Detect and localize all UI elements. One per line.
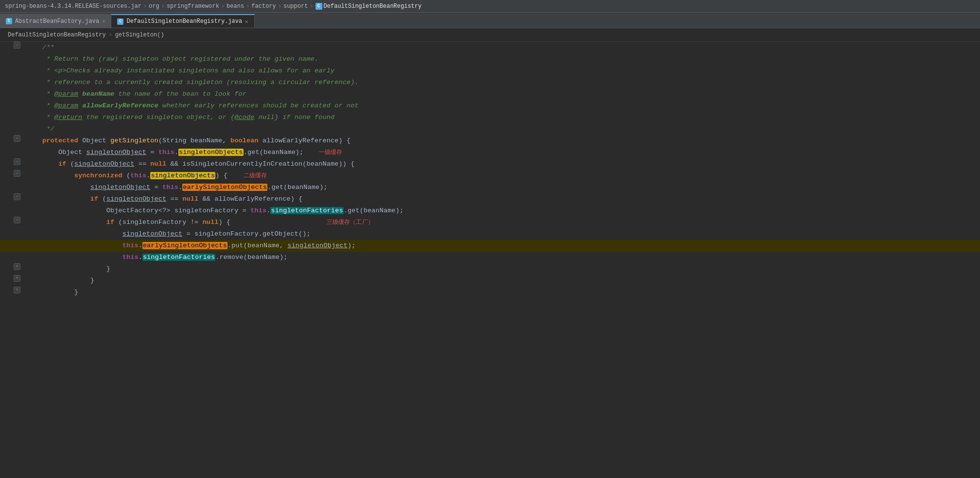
- breadcrumb-class: DefaultSingletonBeanRegistry: [324, 3, 422, 10]
- code-content-2: * Return the (raw) singleton object regi…: [24, 53, 980, 65]
- fold-icon-12[interactable]: −: [14, 170, 20, 177]
- code-content-9: protected Object getSingleton(String bea…: [24, 135, 980, 147]
- breadcrumb-factory: factory: [251, 3, 276, 10]
- code-content-7: * @return the registered singleton objec…: [24, 112, 980, 123]
- code-line-15: ObjectFactory<?> singletonFactory = this…: [0, 205, 980, 217]
- code-line-22: + }: [0, 287, 980, 298]
- method-breadcrumb: DefaultSingletonBeanRegistry › getSingle…: [0, 28, 980, 42]
- method-breadcrumb-class[interactable]: DefaultSingletonBeanRegistry: [8, 32, 106, 38]
- code-line-16: − if (singletonFactory != null) { 三级缓存（工…: [0, 217, 980, 228]
- tab-abstract-bean-factory[interactable]: C AbstractBeanFactory.java ✕: [0, 14, 111, 28]
- breadcrumb-bar: spring-beans-4.3.14.RELEASE-sources.jar …: [0, 0, 980, 13]
- code-content-19: this.singletonFactories.remove(beanName)…: [24, 252, 980, 263]
- code-line-21: + }: [0, 275, 980, 287]
- code-content-22: }: [24, 287, 980, 298]
- code-content-10: Object singletonObject = this.singletonO…: [24, 147, 980, 158]
- code-content-16: if (singletonFactory != null) { 三级缓存（工厂）: [24, 217, 980, 228]
- code-content-3: * <p>Checks already instantiated singlet…: [24, 65, 980, 77]
- breadcrumb-jar: spring-beans-4.3.14.RELEASE-sources.jar: [5, 3, 141, 10]
- fold-icon-14[interactable]: −: [14, 193, 20, 200]
- breadcrumb-support: support: [283, 3, 308, 10]
- code-content-4: * reference to a currently created singl…: [24, 77, 980, 88]
- fold-icon-9[interactable]: −: [14, 135, 20, 142]
- code-line-18: this.earlySingletonObjects.put(beanName,…: [0, 240, 980, 252]
- tab-label-abstract: AbstractBeanFactory.java: [15, 18, 99, 25]
- code-content-15: ObjectFactory<?> singletonFactory = this…: [24, 205, 980, 217]
- code-line-17: singletonObject = singletonFactory.getOb…: [0, 228, 980, 240]
- fold-icon-16[interactable]: −: [14, 217, 20, 223]
- code-content-6: * @param allowEarlyReference whether ear…: [24, 100, 980, 112]
- code-line-12: − synchronized (this.singletonObjects) {…: [0, 170, 980, 182]
- code-line-4: * reference to a currently created singl…: [0, 77, 980, 88]
- close-tab-singleton[interactable]: ✕: [245, 18, 248, 25]
- code-line-10: Object singletonObject = this.singletonO…: [0, 147, 980, 158]
- code-line-3: * <p>Checks already instantiated singlet…: [0, 65, 980, 77]
- tab-default-singleton[interactable]: C DefaultSingletonBeanRegistry.java ✕: [111, 14, 254, 28]
- fold-icon-21[interactable]: +: [14, 275, 20, 282]
- fold-icon-20[interactable]: +: [14, 263, 20, 270]
- code-content-21: }: [24, 275, 980, 287]
- code-content-13: singletonObject = this.earlySingletonObj…: [24, 182, 980, 193]
- breadcrumb-springframework: springframework: [167, 3, 219, 10]
- code-content-18: this.earlySingletonObjects.put(beanName,…: [24, 240, 980, 252]
- class-badge-icon: C: [315, 3, 322, 10]
- code-line-9: − protected Object getSingleton(String b…: [0, 135, 980, 147]
- fold-icon-22[interactable]: +: [14, 287, 20, 293]
- code-line-1: − /**: [0, 42, 980, 53]
- breadcrumb-beans: beans: [227, 3, 244, 10]
- code-line-8: */: [0, 123, 980, 135]
- code-line-6: * @param allowEarlyReference whether ear…: [0, 100, 980, 112]
- code-line-11: − if (singletonObject == null && isSingl…: [0, 158, 980, 170]
- code-line-5: * @param beanName the name of the bean t…: [0, 88, 980, 100]
- code-line-2: * Return the (raw) singleton object regi…: [0, 53, 980, 65]
- fold-icon-1[interactable]: −: [14, 42, 20, 49]
- code-line-7: * @return the registered singleton objec…: [0, 112, 980, 123]
- code-line-14: − if (singletonObject == null && allowEa…: [0, 193, 980, 205]
- tab-bar: C AbstractBeanFactory.java ✕ C DefaultSi…: [0, 13, 980, 28]
- tab-icon-abstract: C: [6, 18, 12, 24]
- code-line-19: this.singletonFactories.remove(beanName)…: [0, 252, 980, 263]
- close-tab-abstract[interactable]: ✕: [102, 18, 105, 24]
- code-content-8: */: [24, 123, 980, 135]
- code-content-17: singletonObject = singletonFactory.getOb…: [24, 228, 980, 240]
- code-area: − /** * Return the (raw) singleton objec…: [0, 42, 980, 298]
- method-breadcrumb-method[interactable]: getSingleton(): [115, 32, 164, 38]
- code-content-14: if (singletonObject == null && allowEarl…: [24, 193, 980, 205]
- breadcrumb-org: org: [149, 3, 159, 10]
- code-content-1: /**: [24, 42, 980, 53]
- code-content-5: * @param beanName the name of the bean t…: [24, 88, 980, 100]
- code-content-11: if (singletonObject == null && isSinglet…: [24, 158, 980, 170]
- fold-icon-11[interactable]: −: [14, 158, 20, 165]
- code-content-20: }: [24, 263, 980, 275]
- code-line-20: + }: [0, 263, 980, 275]
- tab-icon-singleton: C: [117, 18, 123, 25]
- code-content-12: synchronized (this.singletonObjects) { 二…: [24, 170, 980, 182]
- tab-label-singleton: DefaultSingletonBeanRegistry.java: [126, 18, 242, 25]
- code-line-13: singletonObject = this.earlySingletonObj…: [0, 182, 980, 193]
